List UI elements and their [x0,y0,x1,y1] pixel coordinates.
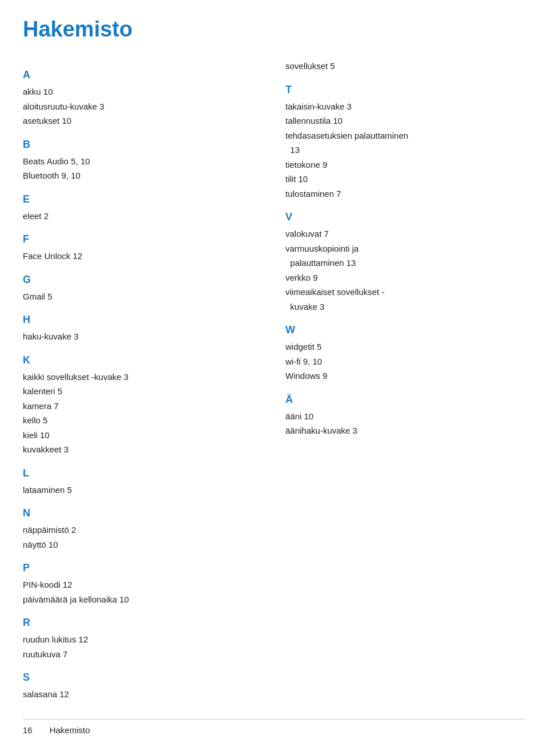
section-letter-f: F [23,233,263,245]
section-letter-r: R [23,617,263,629]
index-entry: kello 5 [23,413,263,428]
index-entry: tallennustila 10 [285,114,525,128]
index-entry: tietokone 9 [285,157,525,172]
index-entry: ruutukuva 7 [23,647,263,662]
index-entry: asetukset 10 [23,114,263,128]
footer-page-number: 16 [23,725,33,735]
index-entry: tilit 10 [285,172,525,187]
footer: 16 Hakemisto [23,719,525,735]
index-entry: kalenteri 5 [23,384,263,399]
footer-section-title: Hakemisto [50,725,90,735]
index-entry: takaisin-kuvake 3 [285,99,525,114]
section-letter-v: V [285,211,525,223]
index-entry: salasana 12 [23,687,263,702]
section-letter-l: L [23,467,263,479]
index-entry: Bluetooth 9, 10 [23,168,263,183]
index-entry: wi-fi 9, 10 [285,354,525,369]
index-entry: kamera 7 [23,399,263,414]
index-entry: eleet 2 [23,209,263,224]
right-column: sovellukset 5Ttakaisin-kuvake 3tallennus… [274,59,525,702]
section-letter-h: H [23,314,263,326]
index-entry: tehdasasetuksien palauttaminen 13 [285,128,525,157]
section-letter-g: G [23,274,263,286]
section-letter-ä: Ä [285,394,525,406]
index-entry: näppäimistö 2 [23,523,263,537]
index-entry: verkko 9 [285,270,525,285]
section-letter-k: K [23,354,263,366]
section-letter-s: S [23,672,263,684]
index-entry: akku 10 [23,84,263,99]
index-entry: näyttö 10 [23,537,263,552]
index-entry: valokuvat 7 [285,227,525,241]
index-entry: päivämäärä ja kellonaika 10 [23,592,263,607]
section-letter-p: P [23,562,263,574]
section-letter-t: T [285,84,525,96]
section-letter-a: A [23,69,263,81]
section-letter-e: E [23,193,263,205]
index-entry: Beats Audio 5, 10 [23,154,263,169]
index-entry: aloitusruutu-kuvake 3 [23,99,263,114]
page-title: Hakemisto [23,17,525,42]
index-entry: viimeaikaiset sovellukset - kuvake 3 [285,285,525,314]
section-letter-w: W [285,324,525,336]
index-entry: tulostaminen 7 [285,187,525,201]
index-entry: kaikki sovellukset -kuvake 3 [23,370,263,385]
index-entry: widgetit 5 [285,339,525,354]
index-entry: haku-kuvake 3 [23,329,263,344]
section-letter-n: N [23,507,263,519]
left-column: Aakku 10aloitusruutu-kuvake 3asetukset 1… [23,59,274,702]
index-entry: äänihaku-kuvake 3 [285,423,525,438]
index-entry: kieli 10 [23,428,263,443]
index-entry: PIN-koodi 12 [23,577,263,592]
index-entry: lataaminen 5 [23,483,263,498]
index-entry: Face Unlock 12 [23,249,263,264]
index-entry: ääni 10 [285,409,525,424]
index-entry: varmuuskopiointi ja palauttaminen 13 [285,241,525,270]
index-entry: ruudun lukitus 12 [23,632,263,647]
index-entry: Windows 9 [285,369,525,383]
content-wrapper: Aakku 10aloitusruutu-kuvake 3asetukset 1… [23,59,525,702]
index-entry: sovellukset 5 [285,59,525,74]
index-entry: Gmail 5 [23,289,263,304]
index-entry: kuvakkeet 3 [23,442,263,457]
section-letter-b: B [23,139,263,151]
